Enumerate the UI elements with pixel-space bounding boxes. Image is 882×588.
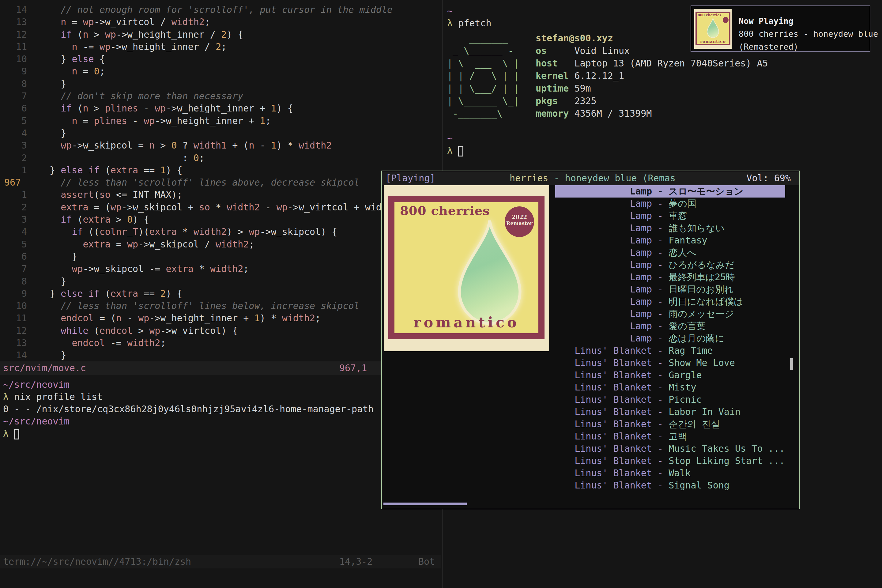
code-line[interactable]: 5 extra = wp->w_skipcol / width2; <box>0 238 442 250</box>
line-number: 5 <box>0 238 27 250</box>
playlist-row[interactable]: Lamp - 誰も知らない <box>555 222 785 234</box>
line-number: 7 <box>0 90 27 102</box>
playlist-row[interactable]: Linus' Blanket - Labor In Vain <box>555 406 785 418</box>
code-line[interactable]: 14 // not enough room for 'scrolloff', p… <box>0 4 442 16</box>
terminal-line: ~/src/neovim <box>0 378 441 391</box>
player-song-marquee: herries - honeydew blue (Remas <box>510 171 676 185</box>
notification-song-suffix: (Remastered) <box>739 42 798 51</box>
code-line[interactable]: 12 if (n > wp->w_height_inner / 2) { <box>0 28 442 41</box>
terminal-line: λ <box>0 428 441 440</box>
playlist-row[interactable]: Lamp - 愛の言葉 <box>555 320 785 332</box>
code-line[interactable]: 6 if (n > plines - wp->w_height_inner + … <box>0 102 442 114</box>
code-line[interactable]: 11 n -= wp->w_height_inner / 2; <box>0 41 442 53</box>
playlist-row[interactable]: Linus' Blanket - Misty <box>555 381 785 393</box>
playlist-row[interactable]: Lamp - Fantasy <box>555 234 785 246</box>
terminal-line: λ nix profile list <box>0 391 441 403</box>
nvim-pane[interactable]: 14 // not enough room for 'scrolloff', p… <box>0 0 442 588</box>
line-number: 9 <box>0 65 27 78</box>
screen: 14 // not enough room for 'scrolloff', p… <box>0 0 882 588</box>
code-line[interactable]: 4 if ((colnr_T)(extra * width2) > wp->w_… <box>0 226 442 238</box>
nvim-embedded-terminal[interactable]: ~/src/neovimλ nix profile list0 - - /nix… <box>0 378 441 440</box>
playlist-row-selected[interactable]: Lamp - スロ〜モ〜ション <box>555 185 785 198</box>
notification-song: 800 cherries - honeydew blue <box>739 29 878 39</box>
code-area[interactable]: 14 // not enough room for 'scrolloff', p… <box>0 4 442 362</box>
statusline2-cursor-position: 14,3-2 <box>339 555 372 568</box>
line-number: 14 <box>0 4 27 16</box>
code-line[interactable]: 9 n = 0; <box>0 65 442 78</box>
code-line[interactable]: 8 } <box>0 275 442 288</box>
playlist-row[interactable]: Lamp - 明日になれば僕は <box>555 296 785 308</box>
statusline-cursor-position: 967,1 <box>339 362 367 375</box>
playlist-row[interactable]: Lamp - 車窓 <box>555 210 785 222</box>
playlist-row[interactable]: Linus' Blanket - Gargle <box>555 369 785 381</box>
prompt-cwd: ~ <box>447 5 453 17</box>
code-line[interactable]: 967 // less than 'scrolloff' lines above… <box>0 176 442 189</box>
playlist-row[interactable]: Lamp - 日曜日のお別れ <box>555 283 785 296</box>
now-playing-notification[interactable]: 800 cherries romantico <box>691 6 870 52</box>
playlist-row[interactable]: Linus' Blanket - 고백 <box>555 430 785 442</box>
playlist-row[interactable]: Lamp - 雨のメッセージ <box>555 308 785 320</box>
code-line[interactable]: 3 if (extra > 0) { <box>0 213 442 226</box>
song-progress-bar[interactable] <box>383 502 467 506</box>
playlist-row[interactable]: Linus' Blanket - Stop Liking Start ... <box>555 455 785 467</box>
playlist-row[interactable]: Linus' Blanket - Rag Time <box>555 345 785 357</box>
code-line[interactable]: 12 while (endcol > wp->w_virtcol) { <box>0 325 442 337</box>
playlist-row[interactable]: Lamp - 恋は月の蔭に <box>555 332 785 345</box>
player-titlebar: [Playing] herries - honeydew blue (Remas… <box>382 171 800 185</box>
code-line[interactable]: 13 n = wp->w_virtcol / width2; <box>0 16 442 28</box>
playlist-row[interactable]: Linus' Blanket - Music Takes Us To ... <box>555 442 785 455</box>
player-state-badge: [Playing] <box>386 171 435 185</box>
playlist-row[interactable]: Lamp - 恋人へ <box>555 246 785 259</box>
playlist-row[interactable]: Lamp - 夢の国 <box>555 198 785 210</box>
line-number: 14 <box>0 349 27 362</box>
line-number: 5 <box>0 115 27 127</box>
code-line[interactable]: 10 } else { <box>0 53 442 65</box>
line-number: 11 <box>0 312 27 324</box>
playlist-row[interactable]: Linus' Blanket - Walk <box>555 467 785 479</box>
line-number: 4 <box>0 127 27 140</box>
thumb-remaster-badge <box>723 17 729 23</box>
code-line[interactable]: 13 endcol -= width2; <box>0 337 442 349</box>
terminal-cursor <box>14 429 19 440</box>
thumb-artist-text: 800 cherries <box>698 13 721 17</box>
code-line[interactable]: 5 n = plines - wp->w_height_inner + 1; <box>0 115 442 127</box>
playlist-row[interactable]: Lamp - ひろがるなみだ <box>555 259 785 271</box>
pfetch-row: | | \___/ | | uptime 59m <box>447 82 768 94</box>
code-line[interactable]: 14 } <box>0 349 442 362</box>
line-number: 3 <box>0 140 27 152</box>
playlist-row[interactable]: Lamp - 最終列車は25時 <box>555 271 785 283</box>
code-line[interactable]: 1 assert(so <= INT_MAX); <box>0 189 442 201</box>
playlist[interactable]: Lamp - スロ〜モ〜ションLamp - 夢の国Lamp - 車窓Lamp -… <box>382 185 800 495</box>
code-line[interactable]: 10 // less than 'scrolloff' lines below,… <box>0 300 442 312</box>
playlist-row[interactable]: Linus' Blanket - Picnic <box>555 393 785 406</box>
music-player-window[interactable]: [Playing] herries - honeydew blue (Remas… <box>381 171 800 509</box>
statusline-inactive: term://~/src/neovim//4713:/bin/zsh 14,3-… <box>0 555 441 568</box>
terminal-cursor <box>458 146 464 156</box>
code-line[interactable]: 11 endcol = (n - wp->w_height_inner + 1)… <box>0 312 442 324</box>
player-volume: Vol: 69% <box>747 171 791 185</box>
line-number: 8 <box>0 275 27 288</box>
code-line[interactable]: 4 } <box>0 127 442 140</box>
code-line[interactable]: 2 : 0; <box>0 152 442 164</box>
playlist-scrollbar[interactable] <box>790 358 793 370</box>
code-line[interactable]: 7 wp->w_skipcol -= extra * width2; <box>0 263 442 275</box>
line-number: 12 <box>0 28 27 41</box>
code-line[interactable]: 8 } <box>0 78 442 90</box>
code-line[interactable]: 7 // don't skip more than necessary <box>0 90 442 102</box>
pfetch-row: | | / \ | | kernel 6.12.12_1 <box>447 69 768 82</box>
playlist-row[interactable]: Linus' Blanket - Signal Song <box>555 479 785 492</box>
notification-album-thumbnail: 800 cherries romantico <box>694 9 732 49</box>
code-line[interactable]: 6 } <box>0 250 442 263</box>
current-line-number: 967 <box>0 176 27 189</box>
code-line[interactable]: 3 wp->w_skipcol = n > 0 ? width1 + (n - … <box>0 140 442 152</box>
line-number: 1 <box>0 164 27 176</box>
code-line[interactable]: 1 } else if (extra == 1) { <box>0 164 442 176</box>
code-line[interactable]: 9 } else if (extra == 2) { <box>0 288 442 300</box>
line-number: 13 <box>0 337 27 349</box>
playlist-row[interactable]: Linus' Blanket - Show Me Love <box>555 357 785 369</box>
code-line[interactable]: 2 extra = (wp->w_skipcol + so * width2 -… <box>0 201 442 213</box>
terminal-line: ~/src/neovim <box>0 415 441 428</box>
line-number: 8 <box>0 78 27 90</box>
playlist-row[interactable]: Linus' Blanket - 순간의 진실 <box>555 418 785 430</box>
terminal-line: 0 - - /nix/store/cq3cx86h28j0y46ls0nhjzj… <box>0 403 441 415</box>
